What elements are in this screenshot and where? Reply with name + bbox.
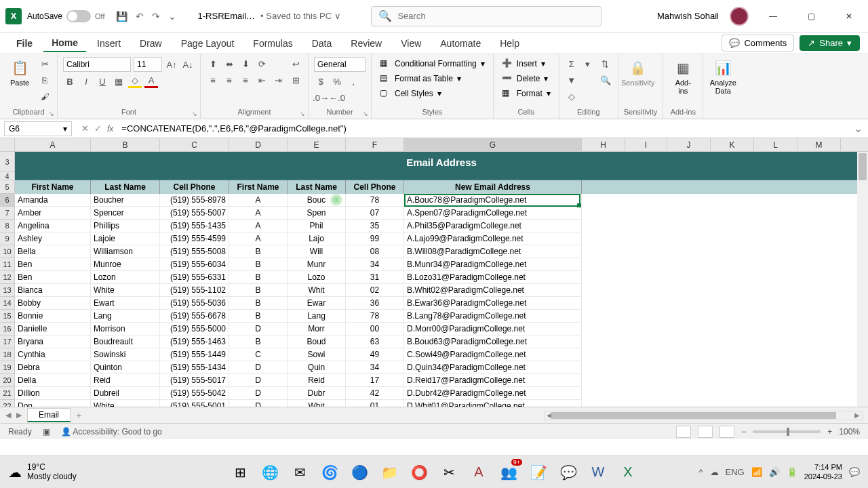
zoom-level[interactable]: 100% bbox=[839, 427, 860, 436]
cell[interactable]: Lang bbox=[288, 310, 346, 323]
tab-help[interactable]: Help bbox=[492, 35, 528, 52]
cell[interactable]: B bbox=[229, 258, 288, 271]
table-header[interactable]: Last Name bbox=[91, 180, 160, 194]
column-header-I[interactable]: I bbox=[625, 138, 667, 151]
cell[interactable]: 31 bbox=[346, 271, 404, 284]
table-row[interactable]: CynthiaSowinski(519) 555-1449CSowi49C.So… bbox=[15, 348, 868, 361]
chevron-down-icon[interactable]: ▾ bbox=[581, 57, 595, 70]
cell[interactable]: 34 bbox=[346, 361, 404, 374]
cell[interactable]: (519) 555-5000 bbox=[160, 323, 229, 336]
sheet-nav-next-icon[interactable]: ▶ bbox=[16, 411, 22, 420]
maximize-button[interactable]: ▢ bbox=[797, 6, 825, 26]
cell[interactable]: 78 bbox=[346, 310, 404, 323]
decrease-indent-icon[interactable]: ⇤ bbox=[255, 73, 269, 87]
cell[interactable]: Lozo bbox=[288, 271, 346, 284]
cell[interactable]: B.Lozo31@ParadigmCollege.net bbox=[404, 271, 582, 284]
cell[interactable]: Dubr bbox=[288, 387, 346, 400]
word-icon[interactable]: W bbox=[585, 459, 612, 486]
close-button[interactable]: ✕ bbox=[835, 6, 863, 26]
cell[interactable]: (519) 555-5008 bbox=[160, 245, 229, 258]
page-layout-view-icon[interactable] bbox=[698, 426, 713, 438]
underline-icon[interactable]: U bbox=[96, 75, 109, 88]
cell[interactable]: Lajoie bbox=[91, 232, 160, 245]
cell[interactable]: (519) 555-4599 bbox=[160, 232, 229, 245]
table-row[interactable]: BenMunroe(519) 555-6034BMunr34B.Munr34@P… bbox=[15, 258, 868, 271]
sensitivity-button[interactable]: 🔒 Sensitivity bbox=[624, 57, 652, 89]
access-icon[interactable]: A bbox=[465, 459, 492, 486]
cell[interactable]: 07 bbox=[346, 207, 404, 220]
cell[interactable]: Quinton bbox=[91, 361, 160, 374]
save-icon[interactable]: 💾 bbox=[116, 11, 127, 22]
cell[interactable]: Dubreil bbox=[91, 387, 160, 400]
dialog-launcher-icon[interactable]: ↘ bbox=[49, 110, 54, 117]
row-header-20[interactable]: 20 bbox=[0, 374, 15, 387]
cell[interactable]: B.Lang78@ParadigmCollege.net bbox=[404, 310, 582, 323]
chrome-icon[interactable]: 🌐 bbox=[256, 459, 283, 486]
normal-view-icon[interactable] bbox=[676, 426, 691, 438]
table-row[interactable]: AmandaBoucher(519) 555-8978ABouc78A.Bouc… bbox=[15, 194, 868, 207]
cell[interactable]: Angelina bbox=[15, 220, 91, 232]
table-header[interactable]: First Name bbox=[229, 180, 288, 194]
spreadsheet-grid[interactable]: ABCDEFGHIJKLM 34567891011121314151617181… bbox=[0, 138, 868, 407]
snip-icon[interactable]: ✂ bbox=[435, 459, 462, 486]
volume-icon[interactable]: 🔊 bbox=[769, 467, 780, 477]
row-header-5[interactable]: 5 bbox=[0, 180, 15, 194]
tab-automate[interactable]: Automate bbox=[432, 35, 489, 52]
cell[interactable]: A bbox=[229, 207, 288, 220]
row-header-12[interactable]: 12 bbox=[0, 271, 15, 284]
explorer-icon[interactable]: 📁 bbox=[376, 459, 403, 486]
fx-icon[interactable]: fx bbox=[107, 124, 113, 134]
comments-button[interactable]: 💬 Comments bbox=[722, 35, 794, 52]
decrease-decimal-icon[interactable]: ←.0 bbox=[330, 91, 344, 104]
row-header-21[interactable]: 21 bbox=[0, 387, 15, 400]
row-header-4[interactable]: 4 bbox=[0, 172, 15, 180]
cancel-formula-icon[interactable]: ✕ bbox=[81, 123, 89, 134]
cell[interactable]: (519) 555-1434 bbox=[160, 361, 229, 374]
cell[interactable]: (519) 555-5042 bbox=[160, 387, 229, 400]
row-header-6[interactable]: 6 bbox=[0, 194, 15, 207]
merge-icon[interactable]: ⊞ bbox=[289, 73, 302, 87]
onedrive-icon[interactable]: ☁ bbox=[710, 467, 719, 477]
cell[interactable]: Bobby bbox=[15, 297, 91, 310]
cell[interactable]: Munroe bbox=[91, 258, 160, 271]
excel-taskbar-icon[interactable]: X bbox=[614, 459, 642, 486]
delete-cells-button[interactable]: ➖Delete▾ bbox=[499, 72, 553, 85]
table-header[interactable]: Cell Phone bbox=[160, 180, 229, 194]
add-sheet-icon[interactable]: + bbox=[76, 410, 81, 421]
tab-review[interactable]: Review bbox=[342, 35, 390, 52]
expand-formula-bar-icon[interactable]: ⌄ bbox=[848, 122, 868, 135]
zoom-in-icon[interactable]: + bbox=[827, 427, 832, 436]
cell[interactable]: A bbox=[229, 232, 288, 245]
paste-button[interactable]: 📋 Paste bbox=[5, 57, 34, 89]
table-header[interactable]: Cell Phone bbox=[346, 180, 404, 194]
cell[interactable]: D.Whit01@ParadigmCollege.net bbox=[404, 400, 582, 407]
cell[interactable]: C bbox=[229, 348, 288, 361]
column-header-A[interactable]: A bbox=[15, 138, 91, 151]
dialog-launcher-icon[interactable]: ↘ bbox=[363, 110, 368, 117]
insert-cells-button[interactable]: ➕Insert▾ bbox=[499, 57, 553, 70]
cell[interactable]: A.Spen07@ParadigmCollege.net bbox=[404, 207, 582, 220]
dialog-launcher-icon[interactable]: ↘ bbox=[300, 110, 305, 117]
currency-icon[interactable]: $ bbox=[314, 75, 328, 88]
cell[interactable]: (519) 555-6331 bbox=[160, 271, 229, 284]
fill-icon[interactable]: ▼ bbox=[565, 73, 578, 87]
accessibility-status[interactable]: 👤 Accessibility: Good to go bbox=[61, 427, 162, 436]
scroll-right-icon[interactable]: ▶ bbox=[852, 411, 862, 419]
cell[interactable]: D bbox=[229, 387, 288, 400]
cell[interactable]: (519) 555-5007 bbox=[160, 207, 229, 220]
tab-view[interactable]: View bbox=[393, 35, 429, 52]
table-row[interactable]: DellaReid(519) 555-5017DReid17D.Reid17@P… bbox=[15, 374, 868, 387]
row-header-11[interactable]: 11 bbox=[0, 258, 15, 271]
orientation-icon[interactable]: ⟳ bbox=[255, 57, 269, 70]
cell[interactable]: Ewar bbox=[288, 297, 346, 310]
cell[interactable]: (519) 555-5001 bbox=[160, 400, 229, 407]
table-row[interactable]: BellaWilliamson(519) 555-5008BWill08B.Wi… bbox=[15, 245, 868, 258]
cell[interactable]: B bbox=[229, 310, 288, 323]
table-row[interactable]: BryanaBoudreault(519) 555-1463BBoud63B.B… bbox=[15, 336, 868, 348]
cell[interactable]: Phil bbox=[288, 220, 346, 232]
analyze-data-button[interactable]: 📊 Analyze Data bbox=[709, 57, 737, 98]
tab-insert[interactable]: Insert bbox=[89, 35, 129, 52]
column-header-H[interactable]: H bbox=[582, 138, 625, 151]
cell[interactable]: D.Reid17@ParadigmCollege.net bbox=[404, 374, 582, 387]
cell-styles-button[interactable]: ▢Cell Styles▾ bbox=[377, 87, 488, 100]
